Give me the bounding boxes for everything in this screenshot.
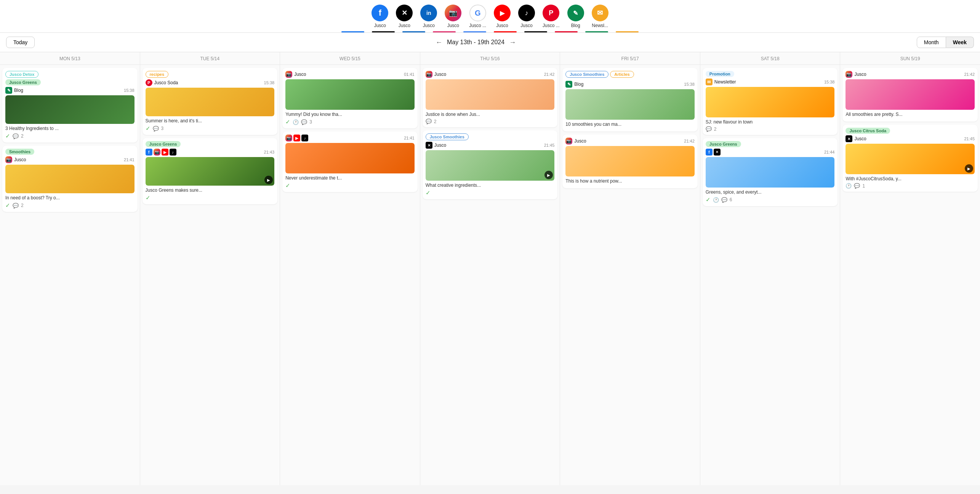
nav-item-blog[interactable]: ✎ Blog: [567, 5, 584, 28]
app-container: f Jusco ✕ Jusco in Jusco 📷 Jusco G Jusco…: [0, 0, 980, 485]
check-icon-wed-1: ✓: [285, 119, 290, 125]
nav-label-twitter: Jusco: [399, 23, 410, 28]
card-header-sat-1: ✉ Newsletter 15:38: [706, 79, 835, 85]
card-sun-1[interactable]: 📷 Jusco 21:42 All smoothies are pretty. …: [842, 68, 978, 122]
tiktok-icon: ♪: [518, 5, 535, 21]
nav-item-newsletter[interactable]: ✉ Newsl...: [592, 5, 608, 28]
clock-icon-wed-1: 🕐: [293, 119, 299, 125]
comment-count-mon-2: 2: [21, 203, 24, 208]
nav-item-facebook[interactable]: f Jusco: [372, 5, 388, 28]
image-citrus-sun: [845, 144, 975, 174]
day-col-fri: FRI 5/17 Jusco Smoothies Articles ✎ Blog…: [560, 52, 700, 485]
facebook-icon: f: [372, 5, 388, 21]
check-icon-tue-2: ✓: [146, 194, 151, 201]
card-text-wed-2: Never underestimate the t...: [285, 175, 415, 181]
underline-tiktok: [524, 31, 547, 32]
platform-label-mon-1: Blog: [14, 88, 23, 93]
calendar-header: Today ← May 13th - 19th 2024 → Month Wee…: [0, 33, 980, 52]
day-header-sat: SAT 5/18: [700, 52, 840, 65]
platform-label-mon-2: Jusco: [14, 157, 26, 162]
yt-icon-wed2: ▶: [293, 135, 300, 141]
card-image-tue-2: ▶: [146, 157, 275, 186]
card-fri-2[interactable]: 📷 Jusco 21:42 This is how a nutrient pow…: [562, 135, 698, 188]
platform-label-thu-1: Jusco: [434, 72, 446, 77]
x-platform-icon-thu: ✕: [426, 142, 432, 149]
ig-platform-icon-sun: 📷: [845, 71, 852, 78]
card-fri-1[interactable]: Jusco Smoothies Articles ✎ Blog 15:38 10…: [562, 68, 698, 132]
card-sat-1[interactable]: Promotion ✉ Newsletter 15:38 SJ: new fla…: [703, 68, 838, 135]
image-orange-wed: [285, 143, 415, 173]
card-sun-2[interactable]: Jusco Citrus Soda ✕ Jusco 21:45 ▶ With #…: [842, 125, 978, 192]
card-tue-1[interactable]: recipes P Jusco Soda 15:38 Summer is her…: [143, 68, 278, 135]
card-footer-tue-1: ✓ 💬 3: [146, 125, 275, 132]
platform-label-sat-1: Newsletter: [714, 79, 736, 85]
platform-label-fri-2: Jusco: [574, 138, 586, 144]
card-mon-1[interactable]: Jusco Detox Jusco Greens ✎ Blog 15:38 3 …: [2, 68, 138, 143]
card-wed-2[interactable]: 📷 ▶ ♪ 21:41 Never underestimate the t...…: [282, 132, 418, 192]
date-range-nav: ← May 13th - 19th 2024 →: [35, 38, 916, 47]
badge-jusco-greens-sat: Jusco Greens: [706, 141, 741, 147]
pinterest-platform-icon-tue: P: [146, 79, 152, 86]
week-view-button[interactable]: Week: [946, 37, 974, 48]
day-content-tue: recipes P Jusco Soda 15:38 Summer is her…: [140, 65, 280, 207]
comment-icon-sat-1: 💬: [706, 126, 712, 132]
nav-item-tiktok[interactable]: ♪ Jusco: [518, 5, 535, 28]
underline-facebook: [341, 31, 364, 32]
calendar-grid: MON 5/13 Jusco Detox Jusco Greens ✎ Blog…: [0, 52, 980, 485]
platform-label-wed-1: Jusco: [294, 72, 306, 77]
card-image-tue-1: [146, 88, 275, 116]
time-sun-1: 21:42: [964, 72, 975, 77]
month-view-button[interactable]: Month: [917, 37, 946, 48]
nav-item-pinterest[interactable]: P Jusco ...: [543, 5, 560, 28]
image-mango-fri: [565, 146, 695, 176]
nav-label-facebook: Jusco: [374, 23, 386, 28]
nav-item-instagram[interactable]: 📷 Jusco: [445, 5, 461, 28]
time-fri-2: 21:42: [684, 139, 695, 143]
prev-arrow[interactable]: ←: [436, 38, 442, 47]
card-mon-2[interactable]: Smoothies 📷 Jusco 21:41 In need of a boo…: [2, 146, 138, 212]
comment-count-mon-1: 2: [21, 133, 24, 139]
nav-item-google[interactable]: G Jusco ...: [469, 5, 486, 28]
x-icon: ✕: [396, 5, 413, 21]
day-header-mon: MON 5/13: [0, 52, 140, 65]
card-text-sun-1: All smoothies are pretty. S...: [845, 112, 975, 117]
time-thu-2: 21:45: [544, 143, 555, 148]
card-sat-2[interactable]: Jusco Greens f ✕ 21:44 Greens, spice, an…: [703, 138, 838, 206]
card-header-wed-1: 📷 Jusco 01:41: [285, 71, 415, 78]
day-content-wed: 📷 Jusco 01:41 Yummy! Did you know tha...…: [280, 65, 420, 195]
nav-item-twitter[interactable]: ✕ Jusco: [396, 5, 413, 28]
comment-icon-sat-2: 💬: [721, 197, 727, 203]
card-image-mon-2: [5, 165, 135, 193]
top-nav: f Jusco ✕ Jusco in Jusco 📷 Jusco G Jusco…: [0, 0, 980, 33]
ig-platform-icon-wed: 📷: [285, 71, 292, 78]
image-yellow-mon: [5, 165, 135, 193]
nav-item-youtube[interactable]: ▶ Jusco: [494, 5, 511, 28]
google-icon: G: [469, 5, 486, 21]
nl-platform-icon-sat: ✉: [706, 79, 713, 85]
x-platform-icon-sun: ✕: [845, 135, 852, 142]
card-footer-thu-2: ✓: [426, 189, 555, 196]
comment-icon-sun-2: 💬: [854, 183, 860, 189]
day-col-thu: THU 5/16 📷 Jusco 21:42 Justice is done w…: [420, 52, 560, 485]
card-thu-1[interactable]: 📷 Jusco 21:42 Justice is done when Jus..…: [423, 68, 558, 127]
card-text-fri-2: This is how a nutrient pow...: [565, 178, 695, 184]
platform-x-thu: ✕ Jusco: [426, 142, 446, 149]
today-button[interactable]: Today: [6, 37, 35, 48]
day-col-sat: SAT 5/18 Promotion ✉ Newsletter 15:38: [700, 52, 840, 485]
day-content-sun: 📷 Jusco 21:42 All smoothies are pretty. …: [840, 65, 980, 195]
check-icon-mon-2: ✓: [5, 202, 10, 209]
underline-twitter: [372, 31, 395, 32]
card-text-thu-2: What creative ingredients...: [426, 183, 555, 188]
card-image-sat-2: [706, 157, 835, 188]
card-thu-2[interactable]: Jusco Smoothies ✕ Jusco 21:45 ▶ What cre…: [423, 130, 558, 199]
card-tue-2[interactable]: Jusco Greens f 📷 ▶ ♪ 21:43 ▶: [143, 138, 278, 204]
card-wed-1[interactable]: 📷 Jusco 01:41 Yummy! Did you know tha...…: [282, 68, 418, 128]
day-content-fri: Jusco Smoothies Articles ✎ Blog 15:38 10…: [560, 65, 700, 191]
card-text-fri-1: 10 smoothies you can ma...: [565, 122, 695, 127]
check-icon-wed-2: ✓: [285, 182, 290, 189]
next-arrow[interactable]: →: [509, 38, 516, 47]
nav-item-linkedin[interactable]: in Jusco: [420, 5, 437, 28]
underline-newsletter: [616, 31, 639, 32]
fb-icon-sat: f: [706, 149, 713, 156]
video-badge-tue: ▶: [264, 176, 273, 184]
